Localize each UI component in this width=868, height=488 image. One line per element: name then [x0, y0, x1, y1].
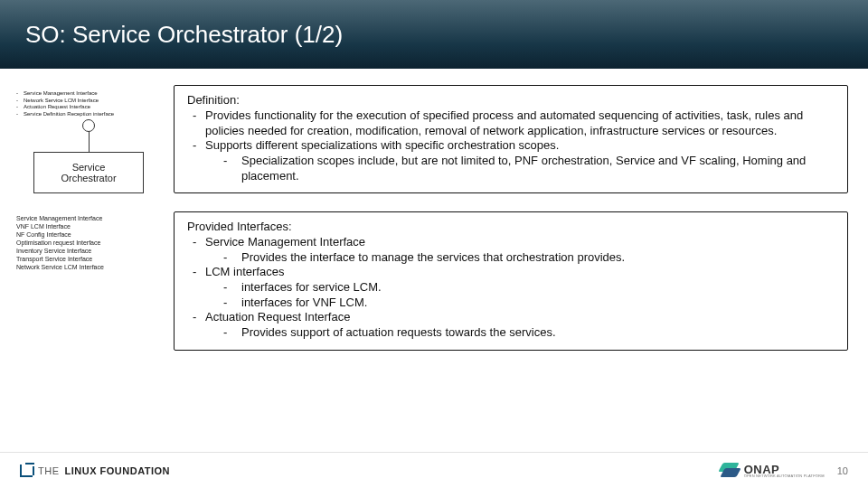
- list-item: -Provides the interface to manage the se…: [187, 250, 835, 266]
- slide-footer: THE LINUX FOUNDATION ONAP OPEN NETWORK A…: [0, 452, 868, 488]
- list-item: -Actuation Request Interface: [187, 310, 835, 325]
- list-item: -Provides support of actuation requests …: [187, 325, 835, 341]
- list-item-text: Specialization scopes include, but are n…: [241, 154, 835, 183]
- top-interface-label: Actuation Request Interface: [24, 104, 90, 111]
- bottom-interface-list: Service Management Interface VNF LCM Int…: [16, 215, 161, 272]
- top-interface-list: -Service Management Interface -Network S…: [16, 90, 161, 117]
- list-item: -LCM interfaces: [187, 265, 835, 280]
- left-column: -Service Management Interface -Network S…: [16, 85, 161, 452]
- list-item-text: interfaces for service LCM.: [241, 280, 835, 296]
- top-interface-label: Network Service LCM Interface: [24, 98, 99, 105]
- list-item: -Supports different specializations with…: [187, 138, 835, 154]
- definition-panel: Definition: -Provides functionality for …: [174, 85, 848, 193]
- linux-foundation-icon: [20, 465, 33, 477]
- list-item-text: Provides support of actuation requests t…: [241, 325, 835, 341]
- provided-interfaces-panel: Provided Interfaces: -Service Management…: [174, 211, 848, 350]
- list-item-text: Service Management Interface: [205, 235, 835, 250]
- lf-name: LINUX FOUNDATION: [65, 465, 171, 476]
- panel-header: Provided Interfaces:: [187, 220, 835, 233]
- list-item-text: Provides functionality for the execution…: [205, 108, 835, 138]
- list-item-text: Actuation Request Interface: [205, 310, 835, 325]
- list-item: -interfaces for service LCM.: [187, 280, 835, 296]
- panel-header: Definition:: [187, 93, 835, 107]
- linux-foundation-logo: THE LINUX FOUNDATION: [20, 465, 170, 477]
- list-item-text: Provides the interface to manage the ser…: [241, 250, 835, 266]
- list-item: NF Config Interface: [16, 231, 161, 239]
- uml-box: Service Orchestrator: [33, 152, 144, 193]
- onap-logo: ONAP OPEN NETWORK AUTOMATION PLATFORM: [719, 463, 825, 479]
- footer-right: ONAP OPEN NETWORK AUTOMATION PLATFORM 10: [719, 463, 848, 479]
- uml-lollipop-line: [89, 132, 90, 152]
- list-item-text: interfaces for VNF LCM.: [241, 296, 835, 311]
- list-item: -Service Definition Reception interface: [16, 111, 161, 118]
- list-item: Inventory Service Interface: [16, 248, 161, 256]
- onap-tagline: OPEN NETWORK AUTOMATION PLATFORM: [744, 474, 825, 478]
- list-item: -Service Management Interface: [16, 90, 161, 98]
- list-item: -Network Service LCM Interface: [16, 98, 161, 105]
- page-number: 10: [837, 465, 848, 476]
- list-item: -Specialization scopes include, but are …: [187, 154, 835, 183]
- lf-the: THE: [38, 465, 60, 476]
- slide-title-bar: SO: Service Orchestrator (1/2): [0, 0, 868, 69]
- list-item: VNF LCM Interface: [16, 223, 161, 231]
- list-item: -Actuation Request Interface: [16, 104, 161, 111]
- top-interface-label: Service Definition Reception interface: [24, 111, 114, 118]
- top-interface-label: Service Management Interface: [24, 90, 98, 98]
- uml-box-line1: Service: [38, 162, 139, 173]
- right-column: Definition: -Provides functionality for …: [174, 85, 848, 452]
- list-item: Service Management Interface: [16, 215, 161, 223]
- list-item: -Provides functionality for the executio…: [187, 108, 835, 138]
- list-item: -Service Management Interface: [187, 235, 835, 250]
- list-item: -interfaces for VNF LCM.: [187, 296, 835, 311]
- list-item-text: Supports different specializations with …: [205, 138, 835, 154]
- slide-title: SO: Service Orchestrator (1/2): [25, 21, 343, 49]
- uml-box-line2: Orchestrator: [38, 173, 139, 183]
- list-item-text: LCM interfaces: [205, 265, 835, 280]
- onap-icon: [719, 463, 739, 479]
- uml-lollipop-circle: [82, 119, 95, 132]
- slide-body: -Service Management Interface -Network S…: [0, 69, 868, 452]
- list-item: Network Service LCM Interface: [16, 264, 161, 272]
- uml-component: Service Orchestrator: [16, 119, 161, 193]
- list-item: Transport Service Interface: [16, 256, 161, 264]
- list-item: Optimisation request Interface: [16, 239, 161, 248]
- uml-lollipop: [82, 119, 95, 152]
